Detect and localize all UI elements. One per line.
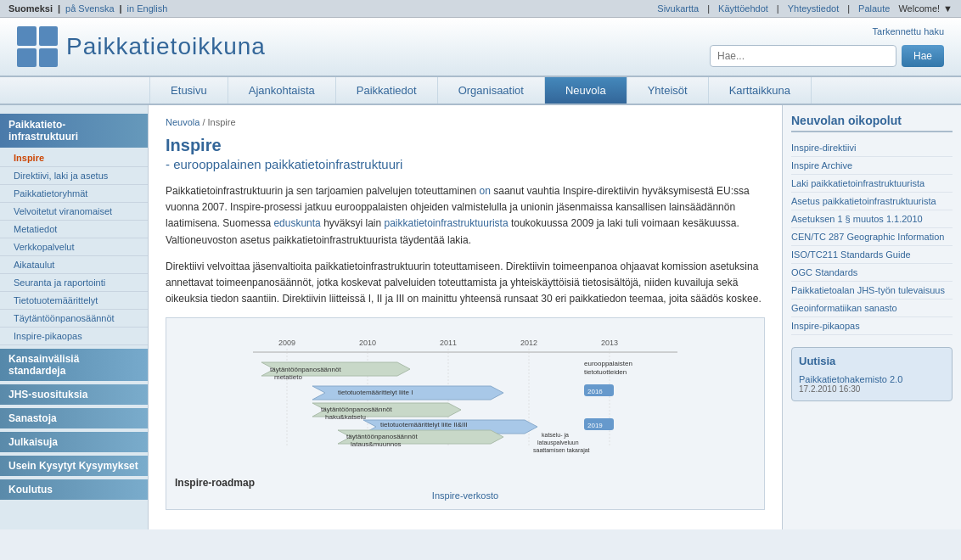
welcome-dropdown-icon[interactable]: ▼ — [943, 3, 953, 14]
right-sidebar: Neuvolan oikopolut Inspire-direktiivi In… — [783, 105, 961, 529]
sidebar-item-taytantoon[interactable]: Täytäntöönpanosäännöt — [0, 310, 148, 328]
right-link-laki[interactable]: Laki paikkatietoinfrastruktuurista — [791, 175, 953, 193]
svg-text:saattamisen takarajat: saattamisen takarajat — [533, 447, 590, 454]
divider: | — [58, 3, 60, 14]
breadcrumb-parent[interactable]: Neuvola — [166, 117, 200, 127]
svg-text:2010: 2010 — [359, 339, 376, 347]
nav-yhteisot[interactable]: Yhteisöt — [627, 77, 709, 104]
sidebar-item-inspire[interactable]: Inspire — [0, 149, 148, 167]
right-link-geo[interactable]: Geoinformatiikan sanasto — [791, 300, 953, 317]
right-link-iso[interactable]: ISO/TC211 Standards Guide — [791, 246, 953, 264]
right-link-asetuksen[interactable]: Asetuksen 1 § muutos 1.1.2010 — [791, 210, 953, 228]
advanced-search-link[interactable]: Tarkennettu haku — [873, 26, 944, 36]
search-row: Hae — [710, 45, 944, 67]
para1-link1[interactable]: on — [480, 185, 491, 197]
right-link-pikaopas[interactable]: Inspire-pikaopas — [791, 317, 953, 335]
nav-paikkatiedot[interactable]: Paikkatiedot — [336, 77, 438, 104]
page-subheading: - eurooppalainen paikkatietoinfrastruktu… — [166, 157, 765, 171]
news-section-title: Uutisia — [799, 355, 945, 367]
feedback-link[interactable]: Palaute — [858, 3, 890, 14]
welcome-text: Welcome! — [898, 3, 940, 14]
logo-square-4 — [39, 48, 59, 68]
sidebar-section-jhs[interactable]: JHS-suosituksia — [0, 384, 148, 405]
header: Paikkatietoikkuna Tarkennettu haku Hae — [0, 18, 961, 77]
sidebar-section-koulutus[interactable]: Koulutus — [0, 479, 148, 500]
sidebar-item-aikataulut[interactable]: Aikataulut — [0, 256, 148, 274]
sidebar-item-verkkopalvelut[interactable]: Verkkopalvelut — [0, 238, 148, 256]
svg-text:tietotuotteiden: tietotuotteiden — [584, 368, 627, 376]
lang-en-link[interactable]: in English — [127, 3, 168, 14]
terms-link[interactable]: Käyttöehdot — [718, 3, 768, 14]
sidebar-item-seuranta[interactable]: Seuranta ja raportointi — [0, 274, 148, 292]
logo-square-2 — [39, 26, 59, 46]
news-item-1-title[interactable]: Paikkatietohakemisto 2.0 — [799, 374, 945, 384]
svg-text:lataus&muunnos: lataus&muunnos — [351, 440, 402, 448]
sidebar-section-ukk[interactable]: Usein Kysytyt Kysymykset — [0, 456, 148, 476]
search-input[interactable] — [710, 45, 896, 67]
content-paragraph-1: Paikkatietoinfrastruktuurin ja sen tarjo… — [166, 183, 765, 249]
roadmap-diagram: 2009 2010 2011 2012 2013 täytäntöönpanos… — [175, 327, 756, 471]
svg-text:2009: 2009 — [278, 339, 295, 347]
sidebar-section-sanastoja[interactable]: Sanastoja — [0, 408, 148, 428]
content-area: Paikkatieto-infrastruktuuri Inspire Dire… — [0, 105, 961, 529]
svg-text:täytäntöönpanosäännöt: täytäntöönpanosäännöt — [270, 366, 341, 373]
contact-link[interactable]: Yhteystiedot — [788, 3, 840, 14]
logo-square-3 — [17, 48, 37, 68]
search-button[interactable]: Hae — [902, 45, 944, 67]
nav-ajankohtaista[interactable]: Ajankohtaista — [228, 77, 336, 104]
lang-fi-label[interactable]: Suomeksi — [8, 3, 53, 14]
svg-text:metatieto: metatieto — [274, 373, 302, 381]
sidebar: Paikkatieto-infrastruktuuri Inspire Dire… — [0, 105, 149, 529]
language-switcher: Suomeksi | på Svenska | in English — [8, 3, 167, 14]
top-bar: Suomeksi | på Svenska | in English Sivuk… — [0, 0, 961, 18]
right-link-cen[interactable]: CEN/TC 287 Geographic Information — [791, 228, 953, 246]
svg-text:tietotuotemäärittelyt liite II: tietotuotemäärittelyt liite II&III — [380, 421, 468, 428]
svg-text:latauspalveluun: latauspalveluun — [537, 440, 579, 446]
svg-text:2013: 2013 — [601, 339, 618, 347]
nav-neuvola[interactable]: Neuvola — [545, 77, 627, 104]
svg-text:2016: 2016 — [587, 388, 603, 395]
sidebar-item-pikaopas[interactable]: Inspire-pikaopas — [0, 328, 148, 345]
divider2: | — [120, 3, 122, 14]
svg-text:tietotuotemäärittelyt liite I: tietotuotemäärittelyt liite I — [338, 389, 413, 396]
sidebar-item-paikkatietoryhmat[interactable]: Paikkatietoryhmät — [0, 185, 148, 203]
para1-link2[interactable]: eduskunta — [273, 217, 320, 229]
main-content: Neuvola / Inspire Inspire - eurooppalain… — [149, 105, 783, 529]
content-paragraph-2: Direktiivi velvoittaa jäsenvaltioita pai… — [166, 259, 765, 308]
sidebar-section-julkaisuja[interactable]: Julkaisuja — [0, 432, 148, 452]
breadcrumb: Neuvola / Inspire — [166, 117, 765, 127]
sidebar-item-metatiedot[interactable]: Metatiedot — [0, 221, 148, 238]
sitemap-link[interactable]: Sivukartta — [657, 3, 699, 14]
sidebar-item-tietotuote[interactable]: Tietotuotemäärittelyt — [0, 292, 148, 310]
breadcrumb-current: Inspire — [208, 117, 236, 127]
sidebar-section-kansainvalisia[interactable]: Kansainvälisiä standardeja — [0, 349, 148, 381]
right-link-asetus[interactable]: Asetus paikkatietoinfrastruktuurista — [791, 193, 953, 210]
sidebar-item-velvoitetut[interactable]: Velvoitetut viranomaiset — [0, 203, 148, 221]
welcome-area: Welcome! ▼ — [898, 3, 953, 14]
right-link-direktiivi[interactable]: Inspire-direktiivi — [791, 139, 953, 157]
right-link-archive[interactable]: Inspire Archive — [791, 157, 953, 175]
right-link-jhs[interactable]: Paikkatietoalan JHS-työn tulevaisuus — [791, 282, 953, 300]
logo-square-1 — [17, 26, 37, 46]
lang-sv-link[interactable]: på Svenska — [65, 3, 114, 14]
logo-title: Paikkatietoikkuna — [66, 33, 266, 60]
nav-etusivu[interactable]: Etusivu — [149, 77, 228, 104]
svg-text:eurooppalaisten: eurooppalaisten — [584, 360, 632, 367]
logo-area[interactable]: Paikkatietoikkuna — [17, 26, 266, 67]
nav-organisaatiot[interactable]: Organisaatiot — [438, 77, 545, 104]
para1-link3[interactable]: paikkatietoinfrastruktuurista — [385, 217, 509, 229]
svg-text:täytäntöönpanosäännöt: täytäntöönpanosäännöt — [346, 433, 418, 440]
top-nav: Sivukartta | Käyttöehdot | Yhteystiedot … — [657, 3, 953, 14]
svg-text:haku&katselu: haku&katselu — [325, 413, 366, 421]
sidebar-section-infrastruktuuri[interactable]: Paikkatieto-infrastruktuuri — [0, 114, 148, 148]
right-sidebar-title: Neuvolan oikopolut — [791, 114, 953, 132]
right-link-ogc[interactable]: OGC Standards — [791, 264, 953, 282]
roadmap-title: Inspire-roadmap — [175, 477, 756, 489]
page-title: Inspire — [166, 136, 765, 155]
svg-text:2011: 2011 — [440, 339, 457, 347]
main-navigation: Etusivu Ajankohtaista Paikkatiedot Organ… — [0, 77, 961, 105]
sidebar-item-direktiivi[interactable]: Direktiivi, laki ja asetus — [0, 167, 148, 185]
search-area: Tarkennettu haku Hae — [710, 26, 944, 67]
nav-karttaikkuna[interactable]: Karttaikkuna — [709, 77, 812, 104]
news-item-1-date: 17.2.2010 16:30 — [799, 384, 945, 394]
